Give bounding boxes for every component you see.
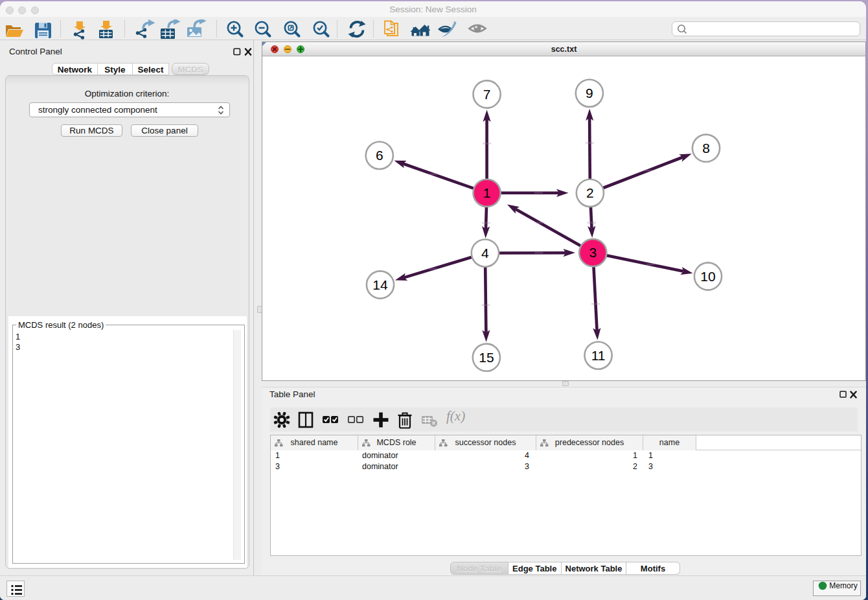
svg-text:10: 10 [700,269,715,284]
svg-text:15: 15 [479,350,494,365]
svg-text:6: 6 [376,148,383,163]
svg-text:4: 4 [481,246,489,260]
svg-text:8: 8 [702,141,710,156]
svg-text:9: 9 [586,86,593,100]
svg-text:14: 14 [372,277,388,292]
svg-text:3: 3 [589,245,597,260]
svg-text:1: 1 [483,185,491,200]
svg-text:11: 11 [591,348,606,363]
svg-text:7: 7 [483,87,491,102]
svg-text:2: 2 [586,185,594,200]
